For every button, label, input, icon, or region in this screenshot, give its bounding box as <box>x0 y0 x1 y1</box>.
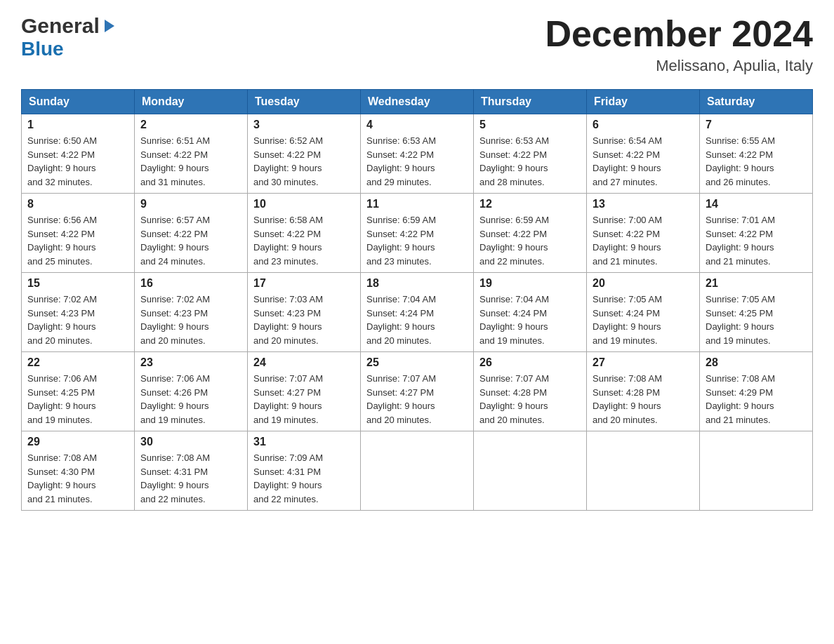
calendar-cell <box>700 431 813 511</box>
day-number: 23 <box>140 356 241 369</box>
calendar-cell: 24 Sunrise: 7:07 AM Sunset: 4:27 PM Dayl… <box>248 352 361 431</box>
day-number: 10 <box>253 198 355 210</box>
calendar-cell: 28 Sunrise: 7:08 AM Sunset: 4:29 PM Dayl… <box>700 352 813 431</box>
day-number: 15 <box>27 277 128 290</box>
calendar-cell: 16 Sunrise: 7:02 AM Sunset: 4:23 PM Dayl… <box>135 273 248 352</box>
day-number: 20 <box>593 277 694 290</box>
calendar-cell <box>587 431 700 511</box>
calendar-cell: 17 Sunrise: 7:03 AM Sunset: 4:23 PM Dayl… <box>248 273 361 352</box>
day-info: Sunrise: 7:00 AM Sunset: 4:22 PM Dayligh… <box>593 213 694 268</box>
day-number: 3 <box>253 119 355 131</box>
day-number: 29 <box>27 436 128 448</box>
day-number: 18 <box>366 277 468 290</box>
calendar-cell: 6 Sunrise: 6:54 AM Sunset: 4:22 PM Dayli… <box>587 114 700 194</box>
day-number: 14 <box>706 198 807 210</box>
day-info: Sunrise: 6:59 AM Sunset: 4:22 PM Dayligh… <box>366 213 468 268</box>
calendar-cell: 11 Sunrise: 6:59 AM Sunset: 4:22 PM Dayl… <box>361 194 474 273</box>
day-info: Sunrise: 6:56 AM Sunset: 4:22 PM Dayligh… <box>27 213 128 268</box>
day-info: Sunrise: 6:51 AM Sunset: 4:22 PM Dayligh… <box>140 134 241 189</box>
day-number: 9 <box>140 198 241 210</box>
day-info: Sunrise: 7:02 AM Sunset: 4:23 PM Dayligh… <box>140 293 241 347</box>
day-info: Sunrise: 7:04 AM Sunset: 4:24 PM Dayligh… <box>479 293 581 347</box>
day-info: Sunrise: 6:59 AM Sunset: 4:22 PM Dayligh… <box>479 213 581 268</box>
calendar-cell: 3 Sunrise: 6:52 AM Sunset: 4:22 PM Dayli… <box>248 114 361 194</box>
day-number: 17 <box>253 277 355 290</box>
calendar-cell: 31 Sunrise: 7:09 AM Sunset: 4:31 PM Dayl… <box>248 431 361 511</box>
day-number: 19 <box>479 277 581 290</box>
day-info: Sunrise: 7:04 AM Sunset: 4:24 PM Dayligh… <box>366 293 468 347</box>
day-info: Sunrise: 7:08 AM Sunset: 4:28 PM Dayligh… <box>593 372 694 427</box>
weekday-header-saturday: Saturday <box>700 90 813 114</box>
calendar-week-row: 1 Sunrise: 6:50 AM Sunset: 4:22 PM Dayli… <box>22 114 813 194</box>
weekday-header-thursday: Thursday <box>474 90 587 114</box>
day-info: Sunrise: 7:06 AM Sunset: 4:25 PM Dayligh… <box>27 372 128 427</box>
day-info: Sunrise: 6:53 AM Sunset: 4:22 PM Dayligh… <box>366 134 468 189</box>
calendar-cell: 30 Sunrise: 7:08 AM Sunset: 4:31 PM Dayl… <box>135 431 248 511</box>
day-number: 27 <box>593 356 694 369</box>
weekday-header-tuesday: Tuesday <box>248 90 361 114</box>
logo-general-text: General <box>21 14 100 38</box>
day-info: Sunrise: 7:03 AM Sunset: 4:23 PM Dayligh… <box>253 293 355 347</box>
day-number: 26 <box>479 356 581 369</box>
calendar-week-row: 22 Sunrise: 7:06 AM Sunset: 4:25 PM Dayl… <box>22 352 813 431</box>
day-info: Sunrise: 6:54 AM Sunset: 4:22 PM Dayligh… <box>593 134 694 189</box>
weekday-header-wednesday: Wednesday <box>361 90 474 114</box>
day-info: Sunrise: 7:05 AM Sunset: 4:25 PM Dayligh… <box>706 293 807 347</box>
day-number: 31 <box>253 436 355 448</box>
day-number: 1 <box>27 119 128 131</box>
day-number: 11 <box>366 198 468 210</box>
calendar-cell: 10 Sunrise: 6:58 AM Sunset: 4:22 PM Dayl… <box>248 194 361 273</box>
day-number: 13 <box>593 198 694 210</box>
day-info: Sunrise: 6:52 AM Sunset: 4:22 PM Dayligh… <box>253 134 355 189</box>
calendar-week-row: 15 Sunrise: 7:02 AM Sunset: 4:23 PM Dayl… <box>22 273 813 352</box>
page-header: General Blue December 2024 Melissano, Ap… <box>21 14 813 75</box>
day-info: Sunrise: 7:07 AM Sunset: 4:27 PM Dayligh… <box>253 372 355 427</box>
day-number: 24 <box>253 356 355 369</box>
day-info: Sunrise: 7:07 AM Sunset: 4:27 PM Dayligh… <box>366 372 468 427</box>
svg-marker-0 <box>105 20 114 32</box>
calendar-cell: 12 Sunrise: 6:59 AM Sunset: 4:22 PM Dayl… <box>474 194 587 273</box>
calendar-cell: 23 Sunrise: 7:06 AM Sunset: 4:26 PM Dayl… <box>135 352 248 431</box>
day-number: 2 <box>140 119 241 131</box>
calendar-cell: 26 Sunrise: 7:07 AM Sunset: 4:28 PM Dayl… <box>474 352 587 431</box>
day-info: Sunrise: 7:07 AM Sunset: 4:28 PM Dayligh… <box>479 372 581 427</box>
day-number: 16 <box>140 277 241 290</box>
calendar-cell: 14 Sunrise: 7:01 AM Sunset: 4:22 PM Dayl… <box>700 194 813 273</box>
calendar-cell: 2 Sunrise: 6:51 AM Sunset: 4:22 PM Dayli… <box>135 114 248 194</box>
day-number: 21 <box>706 277 807 290</box>
calendar-cell <box>361 431 474 511</box>
calendar-week-row: 8 Sunrise: 6:56 AM Sunset: 4:22 PM Dayli… <box>22 194 813 273</box>
day-info: Sunrise: 7:02 AM Sunset: 4:23 PM Dayligh… <box>27 293 128 347</box>
calendar-cell: 29 Sunrise: 7:08 AM Sunset: 4:30 PM Dayl… <box>22 431 135 511</box>
day-info: Sunrise: 6:55 AM Sunset: 4:22 PM Dayligh… <box>706 134 807 189</box>
day-number: 4 <box>366 119 468 131</box>
weekday-header-friday: Friday <box>587 90 700 114</box>
month-title: December 2024 <box>545 14 813 54</box>
day-info: Sunrise: 7:01 AM Sunset: 4:22 PM Dayligh… <box>706 213 807 268</box>
calendar-week-row: 29 Sunrise: 7:08 AM Sunset: 4:30 PM Dayl… <box>22 431 813 511</box>
calendar-cell: 22 Sunrise: 7:06 AM Sunset: 4:25 PM Dayl… <box>22 352 135 431</box>
calendar-cell <box>474 431 587 511</box>
day-info: Sunrise: 7:08 AM Sunset: 4:29 PM Dayligh… <box>706 372 807 427</box>
calendar-cell: 20 Sunrise: 7:05 AM Sunset: 4:24 PM Dayl… <box>587 273 700 352</box>
day-info: Sunrise: 6:57 AM Sunset: 4:22 PM Dayligh… <box>140 213 241 268</box>
calendar-cell: 13 Sunrise: 7:00 AM Sunset: 4:22 PM Dayl… <box>587 194 700 273</box>
calendar-cell: 25 Sunrise: 7:07 AM Sunset: 4:27 PM Dayl… <box>361 352 474 431</box>
calendar-header-row: SundayMondayTuesdayWednesdayThursdayFrid… <box>22 90 813 114</box>
calendar-cell: 21 Sunrise: 7:05 AM Sunset: 4:25 PM Dayl… <box>700 273 813 352</box>
day-number: 28 <box>706 356 807 369</box>
calendar-cell: 5 Sunrise: 6:53 AM Sunset: 4:22 PM Dayli… <box>474 114 587 194</box>
day-info: Sunrise: 7:05 AM Sunset: 4:24 PM Dayligh… <box>593 293 694 347</box>
calendar-cell: 8 Sunrise: 6:56 AM Sunset: 4:22 PM Dayli… <box>22 194 135 273</box>
calendar-cell: 9 Sunrise: 6:57 AM Sunset: 4:22 PM Dayli… <box>135 194 248 273</box>
calendar-cell: 27 Sunrise: 7:08 AM Sunset: 4:28 PM Dayl… <box>587 352 700 431</box>
day-info: Sunrise: 6:53 AM Sunset: 4:22 PM Dayligh… <box>479 134 581 189</box>
day-info: Sunrise: 7:06 AM Sunset: 4:26 PM Dayligh… <box>140 372 241 427</box>
day-info: Sunrise: 6:58 AM Sunset: 4:22 PM Dayligh… <box>253 213 355 268</box>
weekday-header-sunday: Sunday <box>22 90 135 114</box>
title-block: December 2024 Melissano, Apulia, Italy <box>545 14 813 75</box>
day-number: 30 <box>140 436 241 448</box>
calendar-cell: 18 Sunrise: 7:04 AM Sunset: 4:24 PM Dayl… <box>361 273 474 352</box>
day-info: Sunrise: 7:09 AM Sunset: 4:31 PM Dayligh… <box>253 451 355 506</box>
calendar-cell: 7 Sunrise: 6:55 AM Sunset: 4:22 PM Dayli… <box>700 114 813 194</box>
